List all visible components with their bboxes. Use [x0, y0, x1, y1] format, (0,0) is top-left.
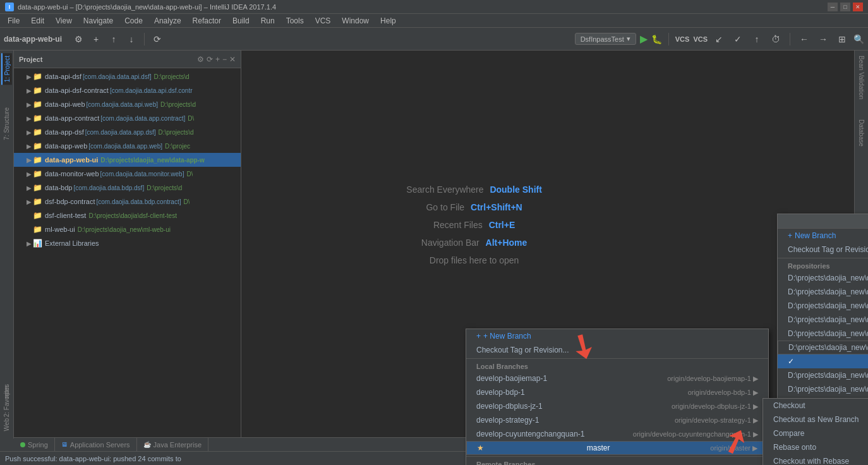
- tree-item[interactable]: ▶ 📁 data-api-web [com.daojia.data.api.we…: [14, 97, 241, 111]
- git-repo-item[interactable]: D:\projects\daojia_new\data-api-dsf-cont…: [778, 285, 868, 299]
- back-button[interactable]: ←: [797, 32, 812, 47]
- toolbar-separator-2: [668, 33, 669, 45]
- minimize-button[interactable]: ─: [828, 3, 838, 11]
- branch-item[interactable]: develop-bdp-1 origin/develop-bdp-1 ▶: [466, 385, 768, 399]
- master-branch-item[interactable]: ★ master origin/master ▶: [466, 441, 768, 455]
- menu-refactor[interactable]: Refactor: [188, 15, 226, 27]
- panel-gear-icon[interactable]: ⚙: [197, 55, 204, 64]
- web-tab[interactable]: Web: [2, 416, 11, 433]
- branch-remote: origin/develop-baojiemap-1 ▶: [667, 375, 758, 383]
- menu-file[interactable]: File: [3, 15, 25, 27]
- tree-item-selected[interactable]: ▶ 📁 data-app-web-ui D:\projects\daojia_n…: [14, 153, 241, 167]
- title-bar: I data-app-web-ui – [D:\projects\daojia_…: [0, 0, 868, 14]
- checkout-label: Checkout: [773, 401, 805, 410]
- git-repo-item[interactable]: D:\projects\daojia_new\data-app-contract…: [778, 313, 868, 327]
- git-checkout-tag-btn[interactable]: Checkout Tag or Revision...: [778, 243, 868, 257]
- database-tab[interactable]: Database: [857, 117, 866, 149]
- debug-button[interactable]: 🐛: [651, 34, 662, 44]
- branch-item[interactable]: develop-baojiemap-1 origin/develop-baoji…: [466, 371, 768, 385]
- forward-button[interactable]: →: [816, 32, 831, 47]
- commit-button[interactable]: ✓: [730, 32, 745, 47]
- run-configuration[interactable]: DsfInpassTest ▾: [575, 33, 636, 45]
- repo-path: D:\projects\daojia_new\data-monitor-web: [788, 371, 868, 380]
- tree-item[interactable]: ▶ 📁 data-app-web [com.daojia.data.app.we…: [14, 139, 241, 153]
- run-button[interactable]: ▶: [640, 33, 648, 45]
- menu-help[interactable]: Help: [375, 15, 401, 27]
- menu-run[interactable]: Run: [256, 15, 280, 27]
- checkout-rebase-btn[interactable]: Checkout with Rebase: [763, 454, 868, 465]
- project-tab[interactable]: 1: Project: [1, 53, 12, 85]
- menu-window[interactable]: Window: [337, 15, 374, 27]
- push-button[interactable]: ↑: [749, 32, 764, 47]
- search-icon[interactable]: 🔍: [853, 34, 864, 44]
- bean-validation-tab[interactable]: Bean Validation: [857, 53, 866, 102]
- panel-collapse-icon[interactable]: −: [222, 55, 227, 64]
- panel-expand-icon[interactable]: +: [215, 55, 220, 64]
- tree-item-external-libraries[interactable]: ▶ 📊 External Libraries: [14, 236, 241, 250]
- menu-tools[interactable]: Tools: [281, 15, 309, 27]
- toolbar-btn-2[interactable]: +: [88, 32, 104, 47]
- panel-close-icon[interactable]: ✕: [229, 55, 236, 64]
- close-button[interactable]: ✕: [853, 3, 863, 11]
- tree-item[interactable]: ▶ 📁 data-app-dsf [com.daojia.data.app.ds…: [14, 125, 241, 139]
- navigation-bar-shortcut: Alt+Home: [486, 238, 527, 248]
- git-repo-item[interactable]: D:\projects\daojia_new\data-app-dsf dev/…: [778, 327, 868, 341]
- menu-code[interactable]: Code: [119, 15, 148, 27]
- tree-item[interactable]: ▶ 📁 data-api-dsf [com.daojia.data.api.ds…: [14, 69, 241, 83]
- tree-item[interactable]: ▶ 📁 data-bdp [com.daojia.data.bdp.dsf] D…: [14, 181, 241, 195]
- maximize-button[interactable]: □: [840, 3, 850, 11]
- toolbar-btn-1[interactable]: ⚙: [71, 32, 86, 47]
- git-repo-item[interactable]: D:\projects\daojia_new\data-monitor-web …: [778, 368, 868, 382]
- local-branches-section: Local Branches: [466, 360, 768, 371]
- checkout-rebase-label: Checkout with Rebase: [773, 457, 849, 465]
- branch-name: develop-strategy-1: [476, 416, 539, 425]
- tree-item[interactable]: ▶ 📁 data-api-dsf-contract [com.daojia.da…: [14, 83, 241, 97]
- spring-tool[interactable]: Spring: [14, 438, 55, 452]
- branch-item[interactable]: develop-dbplus-jz-1 origin/develop-dbplu…: [466, 399, 768, 413]
- spring-label: Spring: [28, 441, 48, 449]
- panel-sync-icon[interactable]: ⟳: [207, 55, 213, 64]
- separator: [778, 258, 868, 258]
- git-repo-item-selected[interactable]: ✓ data-app-web-ui develop-report-1 ▶: [778, 354, 868, 368]
- tree-item[interactable]: ▶ 📁 dsf-bdp-contract [com.daojia.data.bd…: [14, 195, 241, 208]
- tree-item[interactable]: ▶ 📁 dsf-client-test D:\projects\daojia\d…: [14, 208, 241, 222]
- menu-build[interactable]: Build: [227, 15, 255, 27]
- content-area: Search Everywhere Double Shift Go to Fil…: [241, 51, 854, 438]
- toolbar-btn-3[interactable]: ↑: [106, 32, 121, 47]
- menu-navigate[interactable]: Navigate: [78, 15, 118, 27]
- git-repo-item[interactable]: D:\projects\daojia_new\data-api-dsf mast…: [778, 271, 868, 285]
- menu-edit[interactable]: Edit: [26, 15, 49, 27]
- compare-btn[interactable]: Compare: [763, 426, 868, 440]
- checkout-btn[interactable]: Checkout: [763, 399, 868, 413]
- local-new-branch-btn[interactable]: + + New Branch: [466, 329, 768, 343]
- menu-analyze[interactable]: Analyze: [149, 15, 186, 27]
- git-repo-item[interactable]: D:\projects\daojia_new\data-api-web mast…: [778, 299, 868, 313]
- favorites-tab[interactable]: 2: Favorites: [2, 382, 11, 420]
- repo-path: D:\projects\daojia_new\data-api-dsf-cont…: [788, 287, 868, 296]
- history-button[interactable]: ⏱: [768, 32, 783, 47]
- git-repo-item[interactable]: D:\projects\daojia_new\dsf-bdp master ▶: [778, 382, 868, 396]
- branch-item[interactable]: develop-strategy-1 origin/develop-strate…: [466, 413, 768, 427]
- rebase-onto-btn[interactable]: Rebase onto: [763, 440, 868, 454]
- update-button[interactable]: ↙: [711, 32, 726, 47]
- structure-tab[interactable]: 7: Structure: [2, 105, 11, 143]
- checkout-new-branch-btn[interactable]: Checkout as New Branch: [763, 413, 868, 426]
- toolbar-btn-5[interactable]: ⟳: [150, 32, 165, 47]
- tree-item[interactable]: ▶ 📁 data-app-contract [com.daojia.data.a…: [14, 111, 241, 125]
- git-new-branch-btn[interactable]: + New Branch: [778, 229, 868, 243]
- run-config-name: DsfInpassTest: [581, 35, 624, 43]
- menu-view[interactable]: View: [51, 15, 77, 27]
- tree-item[interactable]: ▶ 📁 data-monitor-web [com.daojia.data.mo…: [14, 167, 241, 181]
- checkout-tag-btn[interactable]: Checkout Tag or Revision...: [466, 343, 768, 357]
- java-enterprise-tool[interactable]: ☕ Java Enterprise: [137, 438, 208, 452]
- toolbar-btn-4[interactable]: ↓: [124, 32, 139, 47]
- title-controls[interactable]: ─ □ ✕: [828, 3, 863, 11]
- app-servers-tool[interactable]: 🖥 Application Servers: [55, 438, 137, 452]
- branch-item[interactable]: develop-cuyuntengchangquan-1 origin/deve…: [466, 427, 768, 441]
- tree-item[interactable]: ▶ 📁 ml-web-ui D:\projects\daojia_new\ml-…: [14, 222, 241, 236]
- layout-button[interactable]: ⊞: [835, 32, 850, 47]
- go-to-file-label: Go to File: [426, 202, 464, 212]
- menu-vcs[interactable]: VCS: [310, 15, 336, 27]
- git-repo-item-highlighted[interactable]: D:\projects\daojia_new\data-app-web dev/…: [778, 341, 868, 354]
- context-menu-ops: Checkout Checkout as New Branch Compare …: [763, 398, 868, 465]
